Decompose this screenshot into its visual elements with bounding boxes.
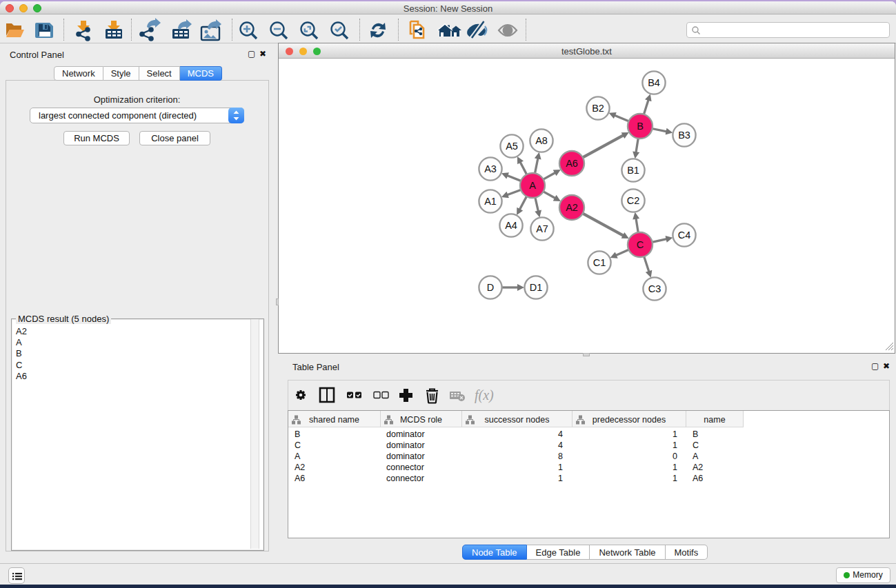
svg-text:C4: C4: [678, 230, 691, 241]
svg-text:D1: D1: [530, 282, 543, 293]
svg-text:B1: B1: [627, 165, 639, 176]
svg-text:D: D: [487, 282, 494, 293]
svg-text:A8: A8: [535, 135, 548, 146]
svg-text:f(x): f(x): [475, 387, 494, 403]
svg-text:C3: C3: [648, 283, 661, 294]
svg-text:A: A: [529, 180, 536, 191]
svg-text:B: B: [637, 121, 644, 132]
svg-text:B2: B2: [592, 103, 604, 114]
svg-text:A5: A5: [506, 141, 518, 152]
svg-text:A3: A3: [484, 163, 497, 174]
svg-text:C: C: [637, 239, 644, 250]
svg-text:A6: A6: [566, 158, 578, 169]
svg-text:A7: A7: [536, 223, 548, 234]
svg-text:B4: B4: [648, 77, 660, 88]
svg-text:A2: A2: [566, 202, 578, 213]
svg-text:C2: C2: [627, 195, 640, 206]
svg-text:A4: A4: [505, 220, 517, 231]
svg-text:A1: A1: [484, 196, 497, 207]
svg-text:C1: C1: [593, 257, 606, 268]
svg-text:B3: B3: [678, 130, 690, 141]
